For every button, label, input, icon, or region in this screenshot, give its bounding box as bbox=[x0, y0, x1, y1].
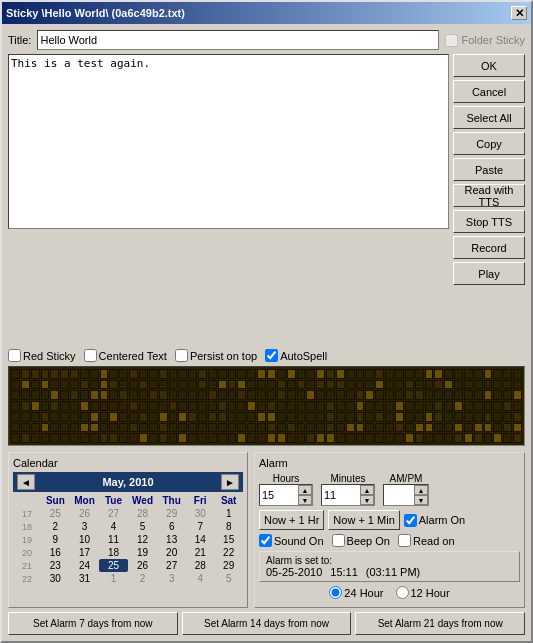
calendar-day[interactable]: 30 bbox=[186, 507, 214, 520]
calendar-day[interactable]: 11 bbox=[99, 533, 128, 546]
title-bar: Sticky \Hello World\ (0a6c49b2.txt) ✕ bbox=[2, 2, 531, 24]
sound-on-check: Sound On bbox=[259, 534, 324, 547]
alarm-on-checkbox[interactable] bbox=[404, 514, 417, 527]
calendar-day[interactable]: 1 bbox=[214, 507, 243, 520]
calendar-day[interactable]: 18 bbox=[99, 546, 128, 559]
minutes-down-button[interactable]: ▼ bbox=[360, 495, 374, 505]
cancel-button[interactable]: Cancel bbox=[453, 80, 525, 103]
calendar-day[interactable]: 28 bbox=[186, 559, 214, 572]
copy-button[interactable]: Copy bbox=[453, 132, 525, 155]
calendar-day[interactable]: 26 bbox=[70, 507, 99, 520]
week-number: 17 bbox=[13, 507, 41, 520]
calendar-day[interactable]: 23 bbox=[41, 559, 70, 572]
calendar-day[interactable]: 30 bbox=[41, 572, 70, 585]
calendar-grid: Sun Mon Tue Wed Thu Fri Sat 172526272829… bbox=[13, 494, 243, 585]
calendar-day[interactable]: 6 bbox=[157, 520, 186, 533]
hours-label: Hours bbox=[259, 473, 313, 484]
calendar-day[interactable]: 5 bbox=[214, 572, 243, 585]
calendar-day[interactable]: 10 bbox=[70, 533, 99, 546]
record-button[interactable]: Record bbox=[453, 236, 525, 259]
calendar-day[interactable]: 5 bbox=[128, 520, 157, 533]
calendar-day[interactable]: 14 bbox=[186, 533, 214, 546]
calendar-day[interactable]: 4 bbox=[99, 520, 128, 533]
close-button[interactable]: ✕ bbox=[511, 6, 527, 20]
calendar-day[interactable]: 1 bbox=[99, 572, 128, 585]
calendar-day[interactable]: 29 bbox=[214, 559, 243, 572]
read-on-checkbox[interactable] bbox=[398, 534, 411, 547]
calendar-prev-button[interactable]: ◄ bbox=[17, 474, 35, 490]
red-sticky-label: Red Sticky bbox=[23, 350, 76, 362]
select-all-button[interactable]: Select All bbox=[453, 106, 525, 129]
ok-button[interactable]: OK bbox=[453, 54, 525, 77]
play-button[interactable]: Play bbox=[453, 262, 525, 285]
title-input[interactable] bbox=[37, 30, 439, 50]
calendar-day[interactable]: 15 bbox=[214, 533, 243, 546]
ampm-input[interactable] bbox=[384, 485, 414, 505]
sound-on-label: Sound On bbox=[274, 535, 324, 547]
calendar-day[interactable]: 17 bbox=[70, 546, 99, 559]
cal-header-mon: Mon bbox=[70, 494, 99, 507]
calendar-day[interactable]: 25 bbox=[41, 507, 70, 520]
now-plus-1min-button[interactable]: Now + 1 Min bbox=[328, 510, 399, 530]
paste-button[interactable]: Paste bbox=[453, 158, 525, 181]
calendar-day[interactable]: 12 bbox=[128, 533, 157, 546]
calendar-day[interactable]: 16 bbox=[41, 546, 70, 559]
read-with-tts-button[interactable]: Read with TTS bbox=[453, 184, 525, 207]
calendar-day[interactable]: 19 bbox=[128, 546, 157, 559]
calendar-day[interactable]: 4 bbox=[186, 572, 214, 585]
folder-sticky-checkbox[interactable] bbox=[445, 34, 458, 47]
calendar-day[interactable]: 25 bbox=[99, 559, 128, 572]
calendar-day[interactable]: 20 bbox=[157, 546, 186, 559]
red-sticky-checkbox[interactable] bbox=[8, 349, 21, 362]
week-number: 20 bbox=[13, 546, 41, 559]
footer-buttons: Set Alarm 7 days from now Set Alarm 14 d… bbox=[8, 612, 525, 635]
calendar-day[interactable]: 3 bbox=[157, 572, 186, 585]
calendar-day[interactable]: 21 bbox=[186, 546, 214, 559]
stop-tts-button[interactable]: Stop TTS bbox=[453, 210, 525, 233]
24-hour-radio[interactable] bbox=[329, 586, 342, 599]
ampm-col: AM/PM ▲ ▼ bbox=[383, 473, 429, 506]
sound-on-checkbox[interactable] bbox=[259, 534, 272, 547]
now-plus-1hr-button[interactable]: Now + 1 Hr bbox=[259, 510, 324, 530]
12-hour-label: 12 Hour bbox=[411, 587, 450, 599]
calendar-day[interactable]: 27 bbox=[99, 507, 128, 520]
calendar-day[interactable]: 31 bbox=[70, 572, 99, 585]
week-number: 22 bbox=[13, 572, 41, 585]
calendar-day[interactable]: 8 bbox=[214, 520, 243, 533]
calendar-day[interactable]: 26 bbox=[128, 559, 157, 572]
centered-text-checkbox[interactable] bbox=[84, 349, 97, 362]
set-alarm-7-button[interactable]: Set Alarm 7 days from now bbox=[8, 612, 178, 635]
hours-input[interactable] bbox=[260, 485, 298, 505]
auto-spell-checkbox[interactable] bbox=[265, 349, 278, 362]
auto-spell-label: AutoSpell bbox=[280, 350, 327, 362]
calendar-day[interactable]: 9 bbox=[41, 533, 70, 546]
calendar-day[interactable]: 27 bbox=[157, 559, 186, 572]
set-alarm-14-button[interactable]: Set Alarm 14 days from now bbox=[182, 612, 352, 635]
alarm-label: Alarm bbox=[259, 457, 520, 469]
main-window: Sticky \Hello World\ (0a6c49b2.txt) ✕ Ti… bbox=[0, 0, 533, 643]
alarm-set-box: Alarm is set to: 05-25-2010 15:11 (03:11… bbox=[259, 551, 520, 582]
main-textarea[interactable] bbox=[8, 54, 449, 229]
ampm-down-button[interactable]: ▼ bbox=[414, 495, 428, 505]
calendar-day[interactable]: 28 bbox=[128, 507, 157, 520]
beep-on-checkbox[interactable] bbox=[332, 534, 345, 547]
calendar-day[interactable]: 3 bbox=[70, 520, 99, 533]
12-hour-radio[interactable] bbox=[396, 586, 409, 599]
ampm-up-button[interactable]: ▲ bbox=[414, 485, 428, 495]
calendar-day[interactable]: 2 bbox=[41, 520, 70, 533]
alarm-date: 05-25-2010 bbox=[266, 566, 322, 578]
calendar-day[interactable]: 13 bbox=[157, 533, 186, 546]
calendar-next-button[interactable]: ► bbox=[221, 474, 239, 490]
calendar-day[interactable]: 2 bbox=[128, 572, 157, 585]
persist-on-top-checkbox[interactable] bbox=[175, 349, 188, 362]
calendar-day[interactable]: 24 bbox=[70, 559, 99, 572]
calendar-day[interactable]: 7 bbox=[186, 520, 214, 533]
minutes-up-button[interactable]: ▲ bbox=[360, 485, 374, 495]
hours-down-button[interactable]: ▼ bbox=[298, 495, 312, 505]
calendar-day[interactable]: 22 bbox=[214, 546, 243, 559]
minutes-input[interactable] bbox=[322, 485, 360, 505]
alarm-time-12: (03:11 PM) bbox=[366, 566, 420, 578]
set-alarm-21-button[interactable]: Set Alarm 21 days from now bbox=[355, 612, 525, 635]
calendar-day[interactable]: 29 bbox=[157, 507, 186, 520]
hours-up-button[interactable]: ▲ bbox=[298, 485, 312, 495]
